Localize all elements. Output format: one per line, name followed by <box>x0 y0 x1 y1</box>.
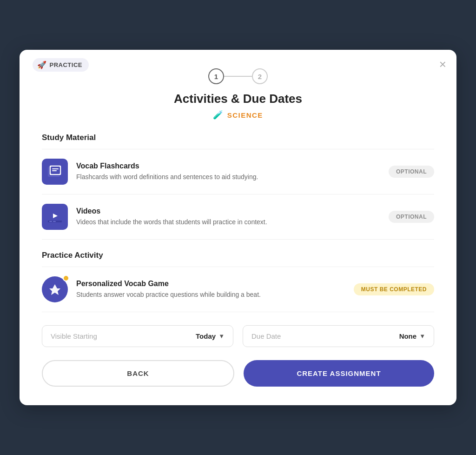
flashcards-info: Vocab Flashcards Flashcards with word de… <box>76 162 380 181</box>
videos-badge[interactable]: OPTIONAL <box>389 211 434 223</box>
back-button[interactable]: BACK <box>42 360 234 387</box>
close-button[interactable]: × <box>439 58 446 70</box>
flashcards-name: Vocab Flashcards <box>76 162 380 170</box>
practice-badge: 🚀 PRACTICE <box>33 58 89 72</box>
modal-container: × 🚀 PRACTICE 1 2 Activities & Due Dates … <box>20 50 456 405</box>
practice-activity-title: Practice Activity <box>42 251 434 260</box>
svg-rect-3 <box>52 168 59 169</box>
action-row: BACK CREATE ASSIGNMENT <box>42 360 434 387</box>
flask-icon: 🧪 <box>213 110 224 120</box>
svg-rect-9 <box>53 221 56 222</box>
practice-activity-section: Practice Activity Personalized Vocab Gam… <box>42 251 434 312</box>
vocab-game-name: Personalized Vocab Game <box>76 280 345 288</box>
visible-chevron-icon: ▼ <box>218 333 225 340</box>
vocab-game-item: Personalized Vocab Game Students answer … <box>42 267 434 312</box>
due-value: None ▼ <box>399 332 425 340</box>
svg-marker-10 <box>49 284 60 295</box>
date-row: Visible Starting Today ▼ Due Date None ▼ <box>42 325 434 347</box>
modal-backdrop: × 🚀 PRACTICE 1 2 Activities & Due Dates … <box>0 0 476 455</box>
flashcards-desc: Flashcards with word definitions and sen… <box>76 172 380 181</box>
visible-value: Today ▼ <box>196 332 225 340</box>
vocab-game-badge[interactable]: MUST BE COMPLETED <box>354 283 434 295</box>
study-material-section: Study Material Vocab Flashca <box>42 133 434 240</box>
study-material-list: Vocab Flashcards Flashcards with word de… <box>42 149 434 240</box>
due-date-field[interactable]: Due Date None ▼ <box>243 325 434 347</box>
step-2: 2 <box>252 68 268 84</box>
visible-label: Visible Starting <box>51 332 97 340</box>
study-material-title: Study Material <box>42 133 434 142</box>
svg-rect-8 <box>49 221 52 222</box>
practice-activity-list: Personalized Vocab Game Students answer … <box>42 267 434 312</box>
due-label: Due Date <box>251 332 281 340</box>
dot-badge <box>63 275 69 281</box>
videos-info: Videos Videos that include the words tha… <box>76 207 380 227</box>
vocab-game-icon <box>42 276 68 302</box>
step-line <box>224 76 252 77</box>
create-assignment-button[interactable]: CREATE ASSIGNMENT <box>244 360 434 387</box>
vocab-game-desc: Students answer vocab practice questions… <box>76 290 345 299</box>
modal-title: Activities & Due Dates <box>42 92 434 106</box>
rocket-icon: 🚀 <box>37 60 47 69</box>
step-1: 1 <box>208 68 224 84</box>
flashcards-badge[interactable]: OPTIONAL <box>389 166 434 178</box>
svg-rect-4 <box>52 170 57 171</box>
videos-icon <box>42 204 68 230</box>
visible-starting-field[interactable]: Visible Starting Today ▼ <box>42 325 233 347</box>
videos-name: Videos <box>76 207 380 215</box>
flashcards-item: Vocab Flashcards Flashcards with word de… <box>42 149 434 194</box>
flashcards-icon <box>42 159 68 185</box>
due-chevron-icon: ▼ <box>419 333 425 340</box>
subject-label: 🧪 SCIENCE <box>42 110 434 120</box>
stepper: 1 2 <box>42 68 434 84</box>
videos-item: Videos Videos that include the words tha… <box>42 194 434 240</box>
vocab-game-info: Personalized Vocab Game Students answer … <box>76 280 345 299</box>
videos-desc: Videos that include the words that stude… <box>76 217 380 227</box>
